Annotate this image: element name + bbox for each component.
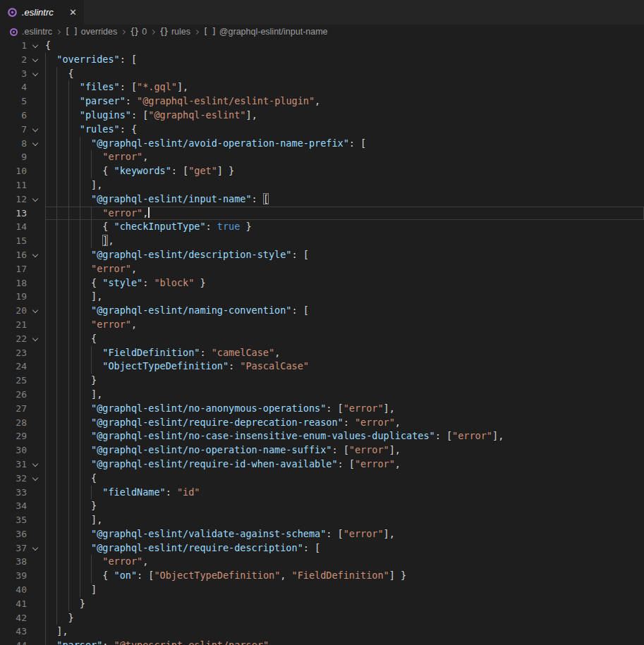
line-number[interactable]: 32 (0, 472, 27, 486)
code-line[interactable]: 6 "plugins": ["@graphql-eslint"], (0, 109, 644, 123)
code-line[interactable]: 1{ (0, 39, 644, 53)
line-number[interactable]: 33 (0, 486, 27, 500)
line-number[interactable]: 20 (0, 304, 27, 318)
code-line[interactable]: 7 "rules": { (0, 123, 644, 137)
fold-chevron-icon[interactable] (27, 332, 45, 346)
line-number[interactable]: 22 (0, 332, 27, 346)
fold-chevron-icon[interactable] (27, 192, 45, 207)
line-number[interactable]: 42 (0, 611, 27, 625)
line-number[interactable]: 34 (0, 499, 27, 513)
code-line[interactable]: 5 "parser": "@graphql-eslint/eslint-plug… (0, 94, 644, 109)
fold-chevron-icon[interactable] (27, 541, 45, 555)
code-line[interactable]: 38 "error", (0, 555, 644, 569)
line-number[interactable]: 10 (0, 164, 27, 178)
code-line[interactable]: 25 } (0, 374, 644, 388)
line-number[interactable]: 5 (0, 94, 27, 109)
code-line[interactable]: 11 ], (0, 178, 644, 192)
code-line[interactable]: 36 "@graphql-eslint/validate-against-sch… (0, 527, 644, 541)
line-number[interactable]: 28 (0, 416, 27, 430)
line-number[interactable]: 11 (0, 178, 27, 192)
code-line[interactable]: 28 "@graphql-eslint/require-deprecation-… (0, 416, 644, 430)
code-line[interactable]: 2 "overrides": [ (0, 53, 644, 67)
line-number[interactable]: 17 (0, 262, 27, 276)
code-line[interactable]: 9 "error", (0, 150, 644, 164)
line-number[interactable]: 31 (0, 457, 27, 472)
code-line[interactable]: 4 "files": ["*.gql"], (0, 80, 644, 94)
line-number[interactable]: 12 (0, 192, 27, 207)
line-number[interactable]: 9 (0, 150, 27, 164)
line-number[interactable]: 35 (0, 513, 27, 527)
line-number[interactable]: 27 (0, 402, 27, 416)
breadcrumb-item-rules[interactable]: {}rules (159, 27, 190, 37)
code-line[interactable]: 17 "error", (0, 262, 644, 276)
line-number[interactable]: 19 (0, 290, 27, 304)
code-line[interactable]: 10 { "keywords": ["get"] } (0, 164, 644, 178)
code-line[interactable]: 18 { "style": "block" } (0, 276, 644, 290)
breadcrumb-item-overrides[interactable]: [ ]overrides (65, 27, 117, 37)
code-line[interactable]: 23 "FieldDefinition": "camelCase", (0, 346, 644, 360)
code-line[interactable]: 3 { (0, 67, 644, 81)
fold-chevron-icon[interactable] (27, 304, 45, 318)
line-number[interactable]: 25 (0, 374, 27, 388)
code-line[interactable]: 43 ], (0, 625, 644, 639)
line-number[interactable]: 16 (0, 248, 27, 262)
code-line[interactable]: 41 } (0, 597, 644, 611)
code-line[interactable]: 19 ], (0, 290, 644, 304)
line-number[interactable]: 13 (0, 207, 27, 221)
line-number[interactable]: 43 (0, 625, 27, 639)
code-line[interactable]: 21 "error", (0, 318, 644, 332)
code-line[interactable]: 14 { "checkInputType": true } (0, 220, 644, 234)
line-number[interactable]: 4 (0, 80, 27, 94)
code-line[interactable]: 29 "@graphql-eslint/no-case-insensitive-… (0, 429, 644, 443)
code-line[interactable]: 37 "@graphql-eslint/require-description"… (0, 541, 644, 555)
line-number[interactable]: 1 (0, 39, 27, 53)
breadcrumb-item-graphql-eslint-input-name[interactable]: [ ]@graphql-eslint/input-name (203, 27, 328, 37)
line-number[interactable]: 21 (0, 318, 27, 332)
line-number[interactable]: 6 (0, 109, 27, 123)
line-number[interactable]: 23 (0, 346, 27, 360)
code-editor[interactable]: 1{2 "overrides": [3 {4 "files": ["*.gql"… (0, 39, 644, 645)
line-number[interactable]: 40 (0, 583, 27, 597)
line-number[interactable]: 36 (0, 527, 27, 541)
fold-chevron-icon[interactable] (27, 39, 45, 53)
code-line[interactable]: 13 "error", (0, 207, 644, 221)
code-line[interactable]: 12 "@graphql-eslint/input-name": [ (0, 192, 644, 207)
line-number[interactable]: 29 (0, 429, 27, 443)
fold-chevron-icon[interactable] (27, 457, 45, 472)
line-number[interactable]: 41 (0, 597, 27, 611)
code-line[interactable]: 24 "ObjectTypeDefinition": "PascalCase" (0, 360, 644, 374)
line-number[interactable]: 26 (0, 388, 27, 402)
code-line[interactable]: 27 "@graphql-eslint/no-anonymous-operati… (0, 402, 644, 416)
line-number[interactable]: 18 (0, 276, 27, 290)
code-line[interactable]: 22 { (0, 332, 644, 346)
code-line[interactable]: 35 ], (0, 513, 644, 527)
breadcrumb-item-eslintrc[interactable]: .eslintrc (9, 27, 52, 37)
fold-chevron-icon[interactable] (27, 248, 45, 262)
tab-eslintrc[interactable]: .eslintrc ✕ (0, 0, 84, 25)
close-icon[interactable]: ✕ (68, 7, 78, 18)
line-number[interactable]: 39 (0, 569, 27, 583)
line-number[interactable]: 38 (0, 555, 27, 569)
code-line[interactable]: 40 ] (0, 583, 644, 597)
fold-chevron-icon[interactable] (27, 472, 45, 486)
code-line[interactable]: 31 "@graphql-eslint/require-id-when-avai… (0, 457, 644, 472)
code-line[interactable]: 42 } (0, 611, 644, 625)
line-number[interactable]: 37 (0, 541, 27, 555)
code-line[interactable]: 44 "parser": "@typescript-eslint/parser"… (0, 639, 644, 645)
code-line[interactable]: 8 "@graphql-eslint/avoid-operation-name-… (0, 137, 644, 151)
line-number[interactable]: 2 (0, 53, 27, 67)
code-line[interactable]: 30 "@graphql-eslint/no-operation-name-su… (0, 443, 644, 457)
fold-chevron-icon[interactable] (27, 67, 45, 81)
code-line[interactable]: 34 } (0, 499, 644, 513)
fold-chevron-icon[interactable] (27, 137, 45, 151)
line-number[interactable]: 24 (0, 360, 27, 374)
fold-chevron-icon[interactable] (27, 53, 45, 67)
line-number[interactable]: 44 (0, 639, 27, 645)
code-line[interactable]: 26 ], (0, 388, 644, 402)
breadcrumb-item-0[interactable]: {}0 (130, 27, 147, 37)
fold-chevron-icon[interactable] (27, 123, 45, 137)
code-line[interactable]: 20 "@graphql-eslint/naming-convention": … (0, 304, 644, 318)
line-number[interactable]: 7 (0, 123, 27, 137)
code-line[interactable]: 15 ], (0, 234, 644, 248)
line-number[interactable]: 30 (0, 443, 27, 457)
